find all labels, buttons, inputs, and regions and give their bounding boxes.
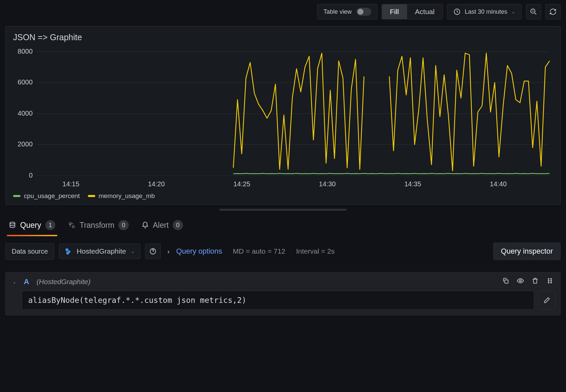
svg-text:14:30: 14:30 [319, 180, 336, 188]
table-view-label: Table view [324, 8, 352, 15]
query-row: ⌄ A (HostedGraphite) [5, 272, 561, 315]
tab-transform[interactable]: Transform 0 [68, 220, 129, 236]
svg-text:14:20: 14:20 [148, 180, 165, 188]
svg-rect-20 [505, 280, 508, 283]
chart-panel: JSON => Graphite 0200040006000800014:151… [5, 26, 561, 205]
zoom-out-icon [530, 8, 537, 15]
panel-title: JSON => Graphite [13, 32, 553, 42]
legend-swatch [13, 195, 20, 197]
clock-icon [453, 8, 461, 15]
tab-alert[interactable]: Alert 0 [142, 220, 183, 236]
toggle-visibility-button[interactable] [517, 277, 524, 286]
tab-query[interactable]: Query 1 [9, 220, 55, 236]
query-options-link[interactable]: Query options [176, 247, 222, 256]
query-letter: A [24, 277, 29, 286]
md-stat: MD = auto = 712 [233, 247, 285, 255]
svg-text:8000: 8000 [18, 48, 33, 55]
legend-label: cpu_usage_percent [24, 192, 80, 200]
legend: cpu_usage_percent memory_usage_mb [13, 192, 553, 200]
svg-point-21 [519, 280, 521, 282]
line-chart: 0200040006000800014:1514:2014:2514:3014:… [13, 48, 553, 189]
interval-stat: Interval = 2s [296, 247, 335, 255]
svg-point-22 [548, 278, 549, 279]
tab-badge: 0 [173, 220, 183, 230]
svg-text:14:25: 14:25 [233, 180, 250, 188]
table-view-toggle-group[interactable]: Table view [317, 4, 378, 19]
table-view-toggle[interactable] [356, 8, 371, 16]
transform-icon [68, 221, 75, 229]
svg-point-25 [551, 278, 552, 279]
datasource-select[interactable]: HostedGraphite ⌄ [59, 244, 140, 259]
help-icon [149, 248, 157, 255]
query-row-actions [502, 277, 554, 286]
tab-badge: 0 [118, 220, 129, 230]
svg-point-27 [551, 282, 552, 283]
query-row-header[interactable]: ⌄ A (HostedGraphite) [6, 272, 560, 291]
svg-text:0: 0 [29, 172, 33, 179]
refresh-button[interactable] [545, 4, 561, 19]
eye-icon [517, 277, 524, 284]
svg-text:6000: 6000 [18, 79, 33, 86]
time-range-picker[interactable]: Last 30 minutes ⌄ [447, 4, 522, 19]
chevron-down-icon: ⌄ [131, 249, 135, 254]
edit-query-button[interactable] [538, 291, 556, 310]
fill-actual-segment: Fill Actual [382, 4, 443, 19]
grip-icon [546, 277, 554, 284]
svg-point-24 [548, 282, 549, 283]
tab-label: Query [20, 221, 41, 230]
legend-swatch [88, 195, 95, 197]
zoom-out-button[interactable] [526, 4, 541, 19]
svg-text:14:40: 14:40 [490, 180, 507, 188]
tab-label: Alert [153, 221, 169, 230]
bell-icon [142, 221, 149, 229]
legend-label: memory_usage_mb [99, 192, 155, 200]
fill-button[interactable]: Fill [382, 4, 407, 19]
datasource-help-button[interactable] [145, 244, 161, 259]
query-inspector-button[interactable]: Query inspector [493, 243, 561, 260]
duplicate-query-button[interactable] [502, 277, 509, 286]
editor-tabs: Query 1 Transform 0 Alert 0 [0, 211, 566, 236]
chevron-down-icon[interactable]: ⌄ [12, 279, 16, 284]
database-icon [9, 221, 16, 229]
svg-text:2000: 2000 [18, 141, 33, 148]
copy-icon [502, 277, 509, 284]
query-options-row: Data source HostedGraphite ⌄ › Query opt… [0, 236, 566, 260]
delete-query-button[interactable] [531, 277, 539, 286]
legend-item-cpu[interactable]: cpu_usage_percent [13, 192, 80, 200]
svg-text:14:15: 14:15 [62, 180, 79, 188]
trash-icon [531, 277, 539, 284]
refresh-icon [549, 8, 557, 15]
svg-point-23 [548, 280, 549, 281]
tab-label: Transform [79, 221, 114, 230]
actual-button[interactable]: Actual [407, 4, 443, 19]
drag-handle[interactable] [546, 277, 554, 286]
query-text-input[interactable] [22, 291, 534, 310]
svg-point-26 [551, 280, 552, 281]
pencil-icon [543, 297, 551, 304]
top-toolbar: Table view Fill Actual Last 30 minutes ⌄ [0, 0, 566, 23]
chart-area[interactable]: 0200040006000800014:1514:2014:2514:3014:… [13, 48, 553, 189]
query-body [6, 291, 560, 315]
time-range-label: Last 30 minutes [465, 8, 507, 15]
datasource-label: Data source [5, 243, 54, 260]
chevron-down-icon: ⌄ [511, 9, 515, 14]
datasource-value: HostedGraphite [77, 247, 126, 255]
svg-text:4000: 4000 [18, 110, 33, 117]
svg-text:14:35: 14:35 [404, 180, 421, 188]
chevron-right-icon[interactable]: › [165, 248, 172, 255]
tab-badge: 1 [45, 220, 56, 230]
legend-item-memory[interactable]: memory_usage_mb [88, 192, 155, 200]
datasource-logo-icon [65, 248, 72, 255]
query-datasource-hint: (HostedGraphite) [37, 278, 91, 286]
svg-point-18 [10, 222, 15, 224]
